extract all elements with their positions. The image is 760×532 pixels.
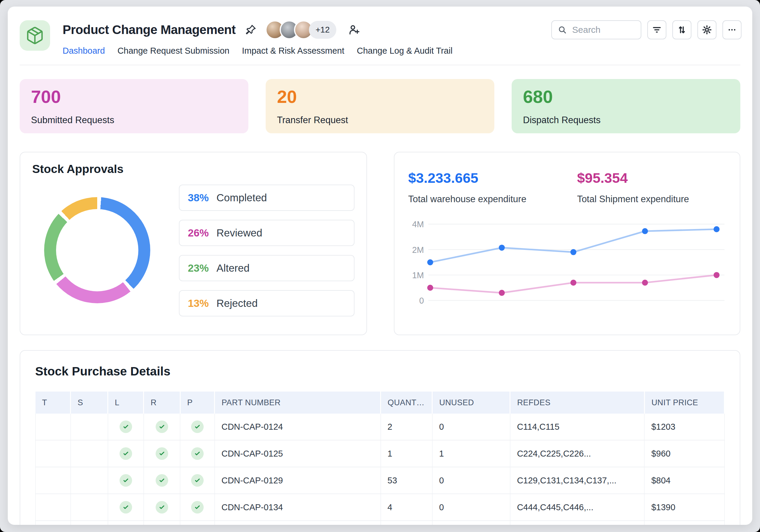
cell-s [71, 413, 108, 440]
cell-quantity: 2 [381, 413, 432, 440]
cell-quantity: 53 [381, 467, 432, 494]
legend-percent: 13% [188, 297, 209, 309]
svg-text:2M: 2M [412, 245, 424, 254]
check-icon [191, 420, 204, 433]
app-logo [20, 20, 50, 51]
add-member-button[interactable] [348, 24, 360, 36]
stat-value: 680 [523, 87, 729, 107]
svg-text:1M: 1M [412, 270, 424, 280]
cell-quantity: 4 [381, 494, 432, 521]
cell-s [71, 467, 108, 494]
search-input[interactable] [572, 24, 635, 35]
svg-text:0: 0 [419, 296, 424, 305]
cell-r [144, 467, 180, 494]
donut-legend: 38% Completed 26% Reviewed 23% Altered [179, 185, 355, 316]
cell-part-number: CDN-CAP-0136 [215, 521, 381, 525]
avatar-overflow-badge[interactable]: +12 [309, 21, 336, 39]
cell-part-number: CDN-CAP-0124 [215, 413, 381, 440]
pin-button[interactable] [245, 24, 257, 36]
stat-card-dispatch: 680 Dispatch Requests [512, 79, 740, 133]
check-icon [191, 501, 204, 513]
app-window: Product Change Management +12 [8, 7, 752, 525]
legend-percent: 26% [188, 227, 209, 239]
pin-icon [245, 24, 257, 36]
col-l: L [108, 392, 144, 413]
table-row[interactable]: CDN-CAP-013440C444,C445,C446,...$1390 [35, 494, 725, 521]
tab-change-log-audit-trail[interactable]: Change Log & Audit Trail [357, 46, 452, 56]
toolbar [551, 20, 741, 39]
legend-item-completed: 38% Completed [179, 185, 355, 211]
cell-t [35, 413, 71, 440]
warehouse-expenditure: $3.233.665 Total warehouse expenditure [408, 170, 526, 205]
cell-r [144, 440, 180, 467]
check-icon [191, 474, 204, 487]
stat-label: Submitted Requests [31, 115, 237, 125]
cell-s [71, 494, 108, 521]
stats-row: 700 Submitted Requests 20 Transfer Reque… [20, 79, 740, 133]
search-icon [558, 25, 567, 34]
settings-button[interactable] [697, 20, 716, 39]
cell-unit-price: $1390 [644, 494, 724, 521]
cell-unused: 1 [432, 440, 510, 467]
col-unit-price: UNIT PRICE [644, 392, 724, 413]
cell-unused: 0 [432, 467, 510, 494]
table-row[interactable]: CDN-CAP-0129530C129,C131,C134,C137,...$8… [35, 467, 725, 494]
avatar-group[interactable]: +12 [265, 20, 336, 39]
cell-unit-price: $1813 [644, 521, 724, 525]
cell-t [35, 521, 71, 525]
cell-p [180, 440, 215, 467]
stock-approvals-card: Stock Approvals 38% Completed 26% Rev [20, 152, 367, 335]
expenditure-line-chart: 4M2M1M0 [408, 217, 726, 312]
stat-card-submitted: 700 Submitted Requests [20, 79, 248, 133]
stat-value: 20 [277, 87, 483, 107]
filter-icon [651, 24, 662, 35]
cell-refdes: C129,C131,C134,C137,... [510, 467, 644, 494]
cell-t [35, 494, 71, 521]
cell-unit-price: $804 [644, 467, 724, 494]
cell-s [71, 521, 108, 525]
stat-value: 700 [31, 87, 237, 107]
table-row[interactable]: CDN-CAP-012420C114,C115$1203 [35, 413, 725, 440]
more-button[interactable] [723, 20, 741, 39]
cell-r [144, 521, 180, 525]
legend-item-altered: 23% Altered [179, 255, 355, 281]
cell-part-number: CDN-CAP-0125 [215, 440, 381, 467]
legend-percent: 38% [188, 192, 209, 204]
donut-hole [56, 209, 138, 291]
sort-button[interactable] [672, 20, 691, 39]
sort-icon [677, 24, 687, 35]
check-icon [119, 501, 132, 513]
col-quantity: QUANTITY [381, 392, 432, 413]
col-p: P [180, 392, 215, 413]
shipment-expenditure-label: Total Shipment expenditure [577, 194, 689, 205]
cell-l [108, 440, 144, 467]
card-title: Stock Approvals [32, 163, 355, 176]
cell-p [180, 494, 215, 521]
legend-item-rejected: 13% Rejected [179, 290, 355, 316]
cell-unit-price: $1203 [644, 413, 724, 440]
tab-change-request-submission[interactable]: Change Request Submission [118, 46, 230, 56]
cell-refdes: C444,C445,C446,... [510, 494, 644, 521]
expenditure-card: $3.233.665 Total warehouse expenditure $… [394, 152, 740, 335]
check-icon [156, 474, 168, 487]
stock-purchase-details-card: Stock Purchase Details T S L R P PART NU… [20, 350, 740, 525]
tab-dashboard[interactable]: Dashboard [63, 46, 105, 56]
cell-part-number: CDN-CAP-0129 [215, 467, 381, 494]
warehouse-expenditure-value: $3.233.665 [408, 170, 526, 186]
check-icon [156, 501, 168, 513]
table-header-row: T S L R P PART NUMBER QUANTITY UNUSED RE… [35, 392, 725, 413]
search-box[interactable] [551, 20, 641, 39]
filter-button[interactable] [647, 20, 666, 39]
legend-item-reviewed: 26% Reviewed [179, 220, 355, 246]
cell-t [35, 467, 71, 494]
shipment-expenditure-value: $95.354 [577, 170, 689, 186]
cell-p [180, 467, 215, 494]
stat-label: Transfer Request [277, 115, 483, 125]
tab-impact-risk-assessment[interactable]: Impact & Risk Assessment [242, 46, 344, 56]
stock-table-body: CDN-CAP-012420C114,C115$1203CDN-CAP-0125… [35, 413, 725, 525]
cell-unused: 0 [432, 494, 510, 521]
table-row[interactable]: CDN-CAP-012511C224,C225,C226...$960 [35, 440, 725, 467]
table-row[interactable]: CDN-CAP-0136122C464,C465,C466$1813 [35, 521, 725, 525]
expenditure-chart-svg: 4M2M1M0 [408, 217, 726, 312]
cell-s [71, 440, 108, 467]
